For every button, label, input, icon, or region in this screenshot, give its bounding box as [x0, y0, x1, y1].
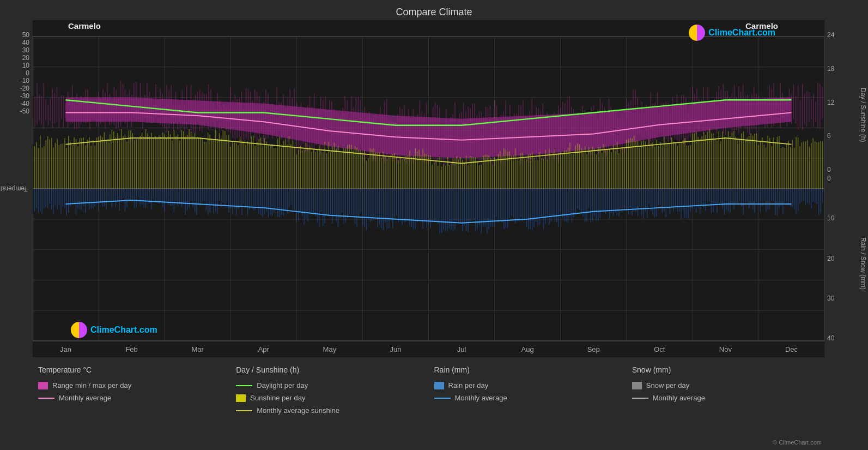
legend-line-sunshine-avg: [236, 410, 252, 411]
copyright-text: © ClimeChart.com: [773, 439, 822, 446]
legend-title-temp: Temperature °C: [38, 365, 236, 374]
chart-canvas: Carmelo Carmelo ClimeChart.com ClimeChar…: [33, 20, 824, 357]
legend-swatch-rain: [434, 382, 444, 389]
legend-label-rain-avg: Monthly average: [455, 394, 507, 402]
legend-item-rain-swatch: Rain per day: [434, 381, 632, 389]
legend-item-snow-swatch: Snow per day: [632, 381, 830, 389]
legend-col-temperature: Temperature °C Range min / max per day M…: [38, 365, 236, 442]
legend-label-sunshine-avg: Monthly average sunshine: [257, 406, 339, 415]
legend-label-temp-range: Range min / max per day: [52, 381, 131, 389]
legend-col-sunshine: Day / Sunshine (h) Daylight per day Suns…: [236, 365, 434, 442]
brand-text-bottom: ClimeChart.com: [90, 325, 157, 335]
legend-item-sunshine-swatch: Sunshine per day: [236, 394, 434, 402]
legend-swatch-sunshine: [236, 394, 246, 402]
legend-label-snow: Snow per day: [646, 381, 690, 389]
legend-line-snow-avg: [632, 398, 648, 399]
legend-item-snow-avg: Monthly average: [632, 394, 830, 402]
legend-label-temp-avg: Monthly average: [59, 394, 111, 402]
legend-line-temp-avg: [38, 398, 54, 399]
legend-label-rain: Rain per day: [448, 381, 489, 389]
legend-item-temp-range: Range min / max per day: [38, 381, 236, 389]
legend-col-rain: Rain (mm) Rain per day Monthly average: [434, 365, 632, 442]
legend-line-daylight: [236, 385, 252, 386]
brand-logo-bottom: ClimeChart.com: [71, 322, 157, 338]
brand-text-top: ClimeChart.com: [708, 28, 775, 38]
y-axis-left-label: Temperature °C: [0, 185, 28, 193]
legend-item-daylight: Daylight per day: [236, 381, 434, 389]
brand-logo-top: ClimeChart.com: [689, 25, 775, 41]
legend-line-rain-avg: [434, 398, 451, 399]
legend-title-sunshine: Day / Sunshine (h): [236, 365, 434, 374]
brand-icon-bottom: [71, 322, 87, 338]
y-axis-right-bottom-label: Rain / Snow (mm): [859, 237, 867, 290]
brand-icon-top: [689, 25, 705, 41]
page-title: Compare Climate: [0, 0, 868, 20]
main-container: Compare Climate Temperature °C 50 40 30 …: [0, 0, 868, 450]
legend-title-rain: Rain (mm): [434, 365, 632, 374]
legend-label-sunshine: Sunshine per day: [250, 394, 305, 402]
legend-title-snow: Snow (mm): [632, 365, 830, 374]
legend-item-rain-avg: Monthly average: [434, 394, 632, 402]
location-label-left: Carmelo: [68, 21, 101, 31]
legend-item-sunshine-avg: Monthly average sunshine: [236, 406, 434, 415]
legend-label-snow-avg: Monthly average: [653, 394, 705, 402]
legend-label-daylight: Daylight per day: [257, 381, 308, 389]
y-axis-right-top-label: Day / Sunshine (h): [859, 88, 867, 142]
legend-item-temp-avg: Monthly average: [38, 394, 236, 402]
legend-area: Temperature °C Range min / max per day M…: [0, 357, 868, 450]
legend-swatch-temp-range: [38, 382, 48, 389]
y-axis-right: 24 18 12 6 0 0 10 20 30 40 Day / Sunshin…: [824, 20, 868, 357]
chart-area: Temperature °C 50 40 30 20 10 0 -10 -20 …: [0, 20, 868, 357]
y-axis-left: Temperature °C 50 40 30 20 10 0 -10 -20 …: [0, 20, 33, 357]
legend-swatch-snow: [632, 382, 642, 389]
legend-col-snow: Snow (mm) Snow per day Monthly average: [632, 365, 830, 442]
